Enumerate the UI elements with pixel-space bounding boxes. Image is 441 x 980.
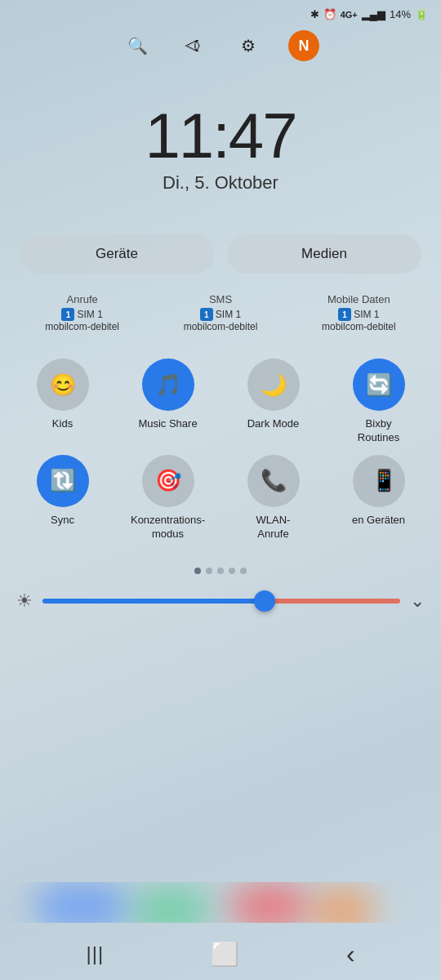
bixby-icon: 🔄 (353, 359, 405, 411)
sim-anrufe: Anrufe 1 SIM 1 mobilcom-debitel (45, 293, 119, 332)
search-icon[interactable]: 🔍 (122, 30, 153, 61)
sim-mobile-daten-detail: 1 SIM 1 (322, 308, 396, 321)
geraete-button[interactable]: Geräte (20, 234, 214, 274)
en-geraeten-label: en Geräten (352, 514, 405, 528)
sim-sms: SMS 1 SIM 1 mobilcom-debitel (184, 293, 258, 332)
konzentration-label: Konzentrations- modus (131, 514, 205, 541)
bluetooth-icon: ✱ (310, 8, 319, 20)
sim1-label-anrufe: SIM 1 (77, 309, 102, 320)
sim-sms-label: SMS (184, 293, 258, 305)
sim1-provider-data: mobilcom-debitel (322, 321, 396, 332)
home-icon[interactable]: ⬜ (211, 941, 239, 968)
brightness-slider[interactable] (42, 599, 400, 604)
dot-2 (206, 568, 212, 574)
color-blobs (0, 882, 441, 923)
dot-3 (217, 568, 224, 574)
alarm-icon: ⏰ (323, 8, 336, 20)
sim1-badge-sms: 1 (200, 308, 213, 321)
sim1-label-data: SIM 1 (354, 309, 379, 320)
notification-avatar[interactable]: N (288, 30, 319, 61)
sim-mobile-daten-label: Mobile Daten (322, 293, 396, 305)
music-share-label: Music Share (138, 417, 197, 431)
brightness-sun-icon: ☀ (16, 590, 33, 612)
battery-icon: 🔋 (415, 8, 428, 20)
tile-en-geraeten[interactable]: 📲 en Geräten (329, 455, 428, 541)
status-bar: ✱ ⏰ 4G+ ▂▄▆ 14% 🔋 (0, 0, 441, 24)
wlan-anrufe-label: WLAN- Anrufe (256, 514, 291, 541)
en-geraeten-icon: 📲 (353, 455, 405, 507)
sim1-badge-anrufe: 1 (61, 308, 74, 321)
clock-section: 11:47 Di., 5. Oktober (0, 71, 441, 210)
quick-tiles-grid: 😊 Kids 🎵 Music Share 🌙 Dark Mode 🔄 Bixby… (0, 345, 441, 548)
kids-label: Kids (52, 417, 73, 431)
kids-icon: 😊 (37, 359, 89, 411)
signal-icon: ▂▄▆ (362, 8, 385, 20)
brightness-slider-thumb[interactable] (254, 590, 275, 612)
power-icon[interactable]: ⏿ (177, 30, 208, 61)
settings-icon[interactable]: ⚙ (233, 30, 264, 61)
battery-text: 14% (390, 8, 411, 20)
recent-apps-icon[interactable]: ||| (86, 942, 104, 965)
nav-bar: ||| ⬜ ‹ (0, 928, 441, 980)
clock-date: Di., 5. Oktober (0, 172, 441, 194)
chevron-down-icon[interactable]: ⌄ (410, 590, 425, 612)
sim-anrufe-detail: 1 SIM 1 (45, 308, 119, 321)
dark-mode-icon: 🌙 (247, 359, 300, 411)
dark-mode-label: Dark Mode (247, 417, 300, 431)
sim-mobile-daten: Mobile Daten 1 SIM 1 mobilcom-debitel (322, 293, 396, 332)
wlan-anrufe-icon: 📞 (247, 455, 300, 507)
sim1-provider-sms: mobilcom-debitel (184, 321, 258, 332)
sync-icon: 🔃 (37, 455, 89, 507)
sim-anrufe-label: Anrufe (45, 293, 119, 305)
tile-kids[interactable]: 😊 Kids (13, 359, 112, 445)
tile-music-share[interactable]: 🎵 Music Share (118, 359, 217, 445)
tile-bixby[interactable]: 🔄 Bixby Routines (329, 359, 428, 445)
konzentration-icon: 🎯 (142, 455, 194, 507)
dot-4 (229, 568, 235, 574)
sync-label: Sync (51, 514, 74, 528)
sim1-badge-data: 1 (338, 308, 351, 321)
network-icon: 4G+ (341, 10, 358, 20)
tile-dark-mode[interactable]: 🌙 Dark Mode (224, 359, 323, 445)
device-media-row: Geräte Medien (0, 210, 441, 290)
tile-konzentration[interactable]: 🎯 Konzentrations- modus (118, 455, 217, 541)
tile-wlan-anrufe[interactable]: 📞 WLAN- Anrufe (224, 455, 323, 541)
medien-button[interactable]: Medien (227, 234, 421, 274)
dot-5 (240, 568, 247, 574)
brightness-row: ☀ ⌄ (0, 587, 441, 625)
back-icon[interactable]: ‹ (346, 939, 355, 969)
page-dots (0, 548, 441, 587)
sim-row: Anrufe 1 SIM 1 mobilcom-debitel SMS 1 SI… (0, 290, 441, 345)
top-actions-bar: 🔍 ⏿ ⚙ N (0, 24, 441, 71)
dot-1 (194, 568, 201, 574)
music-share-icon: 🎵 (142, 359, 194, 411)
status-icons: ✱ ⏰ 4G+ ▂▄▆ 14% 🔋 (310, 8, 428, 20)
clock-time: 11:47 (0, 104, 441, 167)
sim-sms-detail: 1 SIM 1 (184, 308, 258, 321)
tile-sync[interactable]: 🔃 Sync (13, 455, 112, 541)
sim1-label-sms: SIM 1 (216, 309, 241, 320)
bixby-label: Bixby Routines (358, 417, 399, 445)
sim1-provider-anrufe: mobilcom-debitel (45, 321, 119, 332)
